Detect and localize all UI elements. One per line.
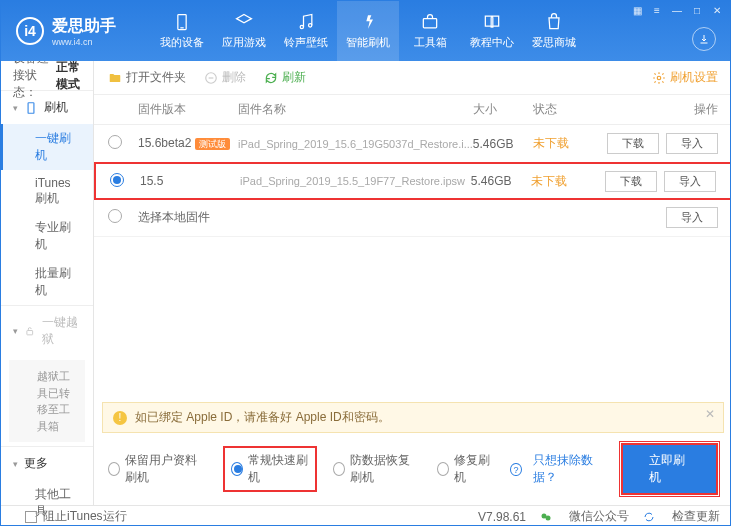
win-lines-icon[interactable]: ≡ bbox=[650, 5, 664, 19]
nav-my-device[interactable]: 我的设备 bbox=[151, 1, 213, 61]
connection-status: 设备连接状态：正常模式 bbox=[1, 61, 93, 91]
help-icon[interactable]: ? bbox=[510, 463, 521, 476]
nav-flash[interactable]: 智能刷机 bbox=[337, 1, 399, 61]
select-radio[interactable] bbox=[108, 209, 122, 223]
block-itunes-label: 阻止iTunes运行 bbox=[43, 508, 127, 525]
check-update-link[interactable]: 检查更新 bbox=[643, 508, 720, 525]
svg-rect-6 bbox=[27, 331, 33, 335]
erase-only-link[interactable]: 只想抹除数据？ bbox=[533, 452, 605, 486]
sidebar-item-batch-flash[interactable]: 批量刷机 bbox=[1, 259, 93, 305]
sidebar-group-more[interactable]: ▾ 更多 bbox=[1, 447, 93, 480]
sidebar-item-pro-flash[interactable]: 专业刷机 bbox=[1, 213, 93, 259]
mode-normal-flash[interactable]: 常规快速刷机 bbox=[223, 446, 317, 492]
import-button[interactable]: 导入 bbox=[666, 207, 718, 228]
flash-settings-button[interactable]: 刷机设置 bbox=[652, 69, 718, 86]
beta-tag: 测试版 bbox=[195, 138, 230, 150]
gear-icon bbox=[652, 71, 666, 85]
app-logo: i4 爱思助手 www.i4.cn bbox=[1, 16, 151, 47]
refresh-button[interactable]: 刷新 bbox=[264, 69, 306, 86]
firmware-row[interactable]: 15.6beta2测试版 iPad_Spring_2019_15.6_19G50… bbox=[94, 125, 731, 163]
win-menu-icon[interactable]: ▦ bbox=[630, 5, 644, 19]
import-button[interactable]: 导入 bbox=[664, 171, 716, 192]
delete-button[interactable]: 删除 bbox=[204, 69, 246, 86]
version-label: V7.98.61 bbox=[478, 510, 526, 524]
close-icon[interactable]: ✕ bbox=[710, 5, 724, 19]
svg-point-2 bbox=[300, 25, 303, 28]
download-manager-icon[interactable] bbox=[692, 27, 716, 51]
sidebar-item-itunes-flash[interactable]: iTunes刷机 bbox=[1, 170, 93, 213]
sidebar-group-jailbreak[interactable]: ▾ 一键越狱 bbox=[1, 306, 93, 356]
firmware-table-header: 固件版本 固件名称 大小 状态 操作 bbox=[94, 95, 731, 125]
wechat-link[interactable]: 微信公众号 bbox=[540, 508, 629, 525]
open-folder-button[interactable]: 打开文件夹 bbox=[108, 69, 186, 86]
nav-toolbox[interactable]: 工具箱 bbox=[399, 1, 461, 61]
select-radio[interactable] bbox=[108, 135, 122, 149]
svg-rect-4 bbox=[423, 19, 436, 28]
download-button[interactable]: 下载 bbox=[607, 133, 659, 154]
mode-repair[interactable]: 修复刷机 bbox=[437, 452, 494, 486]
maximize-icon[interactable]: □ bbox=[690, 5, 704, 19]
select-radio[interactable] bbox=[110, 173, 124, 187]
nav-ringtones[interactable]: 铃声壁纸 bbox=[275, 1, 337, 61]
import-button[interactable]: 导入 bbox=[666, 133, 718, 154]
svg-point-3 bbox=[309, 24, 312, 27]
nav-apps[interactable]: 应用游戏 bbox=[213, 1, 275, 61]
svg-rect-5 bbox=[28, 102, 34, 113]
firmware-row[interactable]: 15.5 iPad_Spring_2019_15.5_19F77_Restore… bbox=[94, 162, 731, 200]
flash-now-button[interactable]: 立即刷机 bbox=[621, 443, 718, 495]
minimize-icon[interactable]: — bbox=[670, 5, 684, 19]
svg-point-12 bbox=[546, 515, 551, 520]
nav-tutorials[interactable]: 教程中心 bbox=[461, 1, 523, 61]
svg-point-10 bbox=[657, 76, 661, 80]
nav-store[interactable]: 爱思商城 bbox=[523, 1, 585, 61]
sidebar-group-flash[interactable]: ▾ 刷机 bbox=[1, 91, 93, 124]
warning-icon: ! bbox=[113, 411, 127, 425]
mode-anti-recovery[interactable]: 防数据恢复刷机 bbox=[333, 452, 421, 486]
local-firmware-row[interactable]: 选择本地固件 导入 bbox=[94, 199, 731, 237]
appleid-warning: ! 如已绑定 Apple ID，请准备好 Apple ID和密码。 ✕ bbox=[102, 402, 724, 433]
block-itunes-checkbox[interactable] bbox=[25, 511, 37, 523]
download-button[interactable]: 下载 bbox=[605, 171, 657, 192]
jailbreak-moved-note: 越狱工具已转移至工具箱 bbox=[9, 360, 85, 442]
mode-keep-data[interactable]: 保留用户资料刷机 bbox=[108, 452, 207, 486]
sidebar-item-oneclick-flash[interactable]: 一键刷机 bbox=[1, 124, 93, 170]
close-alert-icon[interactable]: ✕ bbox=[705, 407, 715, 421]
